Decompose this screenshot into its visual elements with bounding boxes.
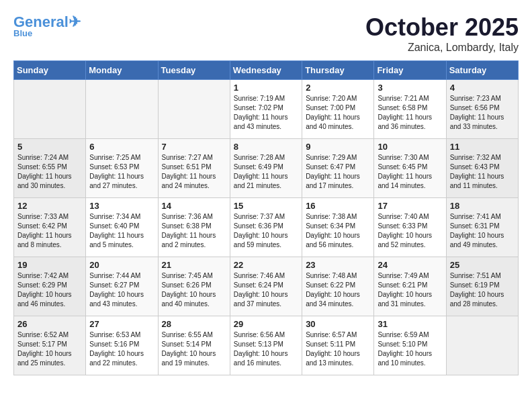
day-number: 6 [89,142,154,152]
calendar-cell: 28Sunrise: 6:55 AMSunset: 5:14 PMDayligh… [158,316,230,375]
day-number: 1 [234,83,298,93]
calendar-cell: 4Sunrise: 7:23 AMSunset: 6:56 PMDaylight… [446,80,518,139]
calendar-cell: 20Sunrise: 7:44 AMSunset: 6:27 PMDayligh… [86,257,158,316]
calendar-cell: 16Sunrise: 7:38 AMSunset: 6:34 PMDayligh… [302,198,374,257]
day-number: 8 [234,142,298,152]
calendar-cell: 6Sunrise: 7:25 AMSunset: 6:53 PMDaylight… [86,139,158,198]
day-number: 23 [306,260,370,270]
calendar-cell: 24Sunrise: 7:49 AMSunset: 6:21 PMDayligh… [374,257,446,316]
calendar-cell: 31Sunrise: 6:59 AMSunset: 5:10 PMDayligh… [374,316,446,375]
day-number: 10 [378,142,442,152]
calendar-cell: 12Sunrise: 7:33 AMSunset: 6:42 PMDayligh… [14,198,86,257]
calendar-cell: 8Sunrise: 7:28 AMSunset: 6:49 PMDaylight… [230,139,302,198]
day-info: Sunrise: 7:45 AMSunset: 6:26 PMDaylight:… [162,271,226,309]
day-number: 28 [162,319,226,329]
day-info: Sunrise: 7:28 AMSunset: 6:49 PMDaylight:… [234,153,298,191]
day-number: 9 [306,142,370,152]
logo-icon: ✈ [69,13,81,30]
day-number: 18 [450,201,515,211]
day-info: Sunrise: 7:37 AMSunset: 6:36 PMDaylight:… [234,212,298,250]
calendar-cell: 11Sunrise: 7:32 AMSunset: 6:43 PMDayligh… [446,139,518,198]
calendar-cell [14,80,86,139]
calendar-cell: 10Sunrise: 7:30 AMSunset: 6:45 PMDayligh… [374,139,446,198]
day-info: Sunrise: 7:34 AMSunset: 6:40 PMDaylight:… [89,212,154,250]
day-number: 15 [234,201,298,211]
day-number: 20 [89,260,154,270]
day-number: 2 [306,83,370,93]
day-info: Sunrise: 7:40 AMSunset: 6:33 PMDaylight:… [378,212,442,250]
day-number: 29 [234,319,298,329]
weekday-header-thursday: Thursday [302,61,374,80]
calendar-cell: 22Sunrise: 7:46 AMSunset: 6:24 PMDayligh… [230,257,302,316]
day-number: 5 [17,142,82,152]
calendar-cell: 18Sunrise: 7:41 AMSunset: 6:31 PMDayligh… [446,198,518,257]
day-number: 11 [450,142,515,152]
day-number: 25 [450,260,515,270]
day-number: 21 [162,260,226,270]
day-number: 16 [306,201,370,211]
day-number: 22 [234,260,298,270]
weekday-header-monday: Monday [86,61,158,80]
logo-blue: Blue [13,28,32,38]
day-info: Sunrise: 7:41 AMSunset: 6:31 PMDaylight:… [450,212,515,250]
day-info: Sunrise: 7:25 AMSunset: 6:53 PMDaylight:… [89,153,154,191]
calendar-cell: 21Sunrise: 7:45 AMSunset: 6:26 PMDayligh… [158,257,230,316]
day-info: Sunrise: 7:24 AMSunset: 6:55 PMDaylight:… [17,153,82,191]
day-number: 12 [17,201,82,211]
day-info: Sunrise: 7:19 AMSunset: 7:02 PMDaylight:… [234,94,298,132]
calendar-cell: 30Sunrise: 6:57 AMSunset: 5:11 PMDayligh… [302,316,374,375]
day-number: 17 [378,201,442,211]
day-info: Sunrise: 6:53 AMSunset: 5:16 PMDaylight:… [89,330,154,368]
day-info: Sunrise: 7:42 AMSunset: 6:29 PMDaylight:… [17,271,82,309]
day-info: Sunrise: 6:52 AMSunset: 5:17 PMDaylight:… [17,330,82,368]
day-info: Sunrise: 7:30 AMSunset: 6:45 PMDaylight:… [378,153,442,191]
calendar-week-row: 26Sunrise: 6:52 AMSunset: 5:17 PMDayligh… [14,316,519,375]
calendar-cell: 26Sunrise: 6:52 AMSunset: 5:17 PMDayligh… [14,316,86,375]
calendar-cell [86,80,158,139]
calendar-cell: 27Sunrise: 6:53 AMSunset: 5:16 PMDayligh… [86,316,158,375]
day-info: Sunrise: 7:46 AMSunset: 6:24 PMDaylight:… [234,271,298,309]
day-number: 31 [378,319,442,329]
day-info: Sunrise: 7:44 AMSunset: 6:27 PMDaylight:… [89,271,154,309]
weekday-header-sunday: Sunday [14,61,86,80]
day-info: Sunrise: 7:20 AMSunset: 7:00 PMDaylight:… [306,94,370,132]
calendar-cell: 9Sunrise: 7:29 AMSunset: 6:47 PMDaylight… [302,139,374,198]
logo: General✈ Blue [13,13,81,38]
day-info: Sunrise: 6:56 AMSunset: 5:13 PMDaylight:… [234,330,298,368]
calendar-cell: 13Sunrise: 7:34 AMSunset: 6:40 PMDayligh… [86,198,158,257]
day-info: Sunrise: 7:27 AMSunset: 6:51 PMDaylight:… [162,153,226,191]
day-number: 24 [378,260,442,270]
day-number: 30 [306,319,370,329]
calendar-week-row: 19Sunrise: 7:42 AMSunset: 6:29 PMDayligh… [14,257,519,316]
day-info: Sunrise: 6:57 AMSunset: 5:11 PMDaylight:… [306,330,370,368]
calendar-cell [446,316,518,375]
weekday-header-row: SundayMondayTuesdayWednesdayThursdayFrid… [14,61,519,80]
day-number: 4 [450,83,515,93]
weekday-header-friday: Friday [374,61,446,80]
day-info: Sunrise: 6:55 AMSunset: 5:14 PMDaylight:… [162,330,226,368]
calendar-cell [158,80,230,139]
calendar-cell: 1Sunrise: 7:19 AMSunset: 7:02 PMDaylight… [230,80,302,139]
day-number: 3 [378,83,442,93]
calendar-week-row: 5Sunrise: 7:24 AMSunset: 6:55 PMDaylight… [14,139,519,198]
weekday-header-wednesday: Wednesday [230,61,302,80]
calendar-cell: 23Sunrise: 7:48 AMSunset: 6:22 PMDayligh… [302,257,374,316]
weekday-header-saturday: Saturday [446,61,518,80]
day-number: 26 [17,319,82,329]
day-number: 7 [162,142,226,152]
calendar-week-row: 12Sunrise: 7:33 AMSunset: 6:42 PMDayligh… [14,198,519,257]
day-info: Sunrise: 7:29 AMSunset: 6:47 PMDaylight:… [306,153,370,191]
calendar-cell: 29Sunrise: 6:56 AMSunset: 5:13 PMDayligh… [230,316,302,375]
weekday-header-tuesday: Tuesday [158,61,230,80]
day-number: 27 [89,319,154,329]
calendar-cell: 2Sunrise: 7:20 AMSunset: 7:00 PMDaylight… [302,80,374,139]
day-info: Sunrise: 6:59 AMSunset: 5:10 PMDaylight:… [378,330,442,368]
calendar-cell: 19Sunrise: 7:42 AMSunset: 6:29 PMDayligh… [14,257,86,316]
day-info: Sunrise: 7:49 AMSunset: 6:21 PMDaylight:… [378,271,442,309]
day-info: Sunrise: 7:33 AMSunset: 6:42 PMDaylight:… [17,212,82,250]
calendar-cell: 3Sunrise: 7:21 AMSunset: 6:58 PMDaylight… [374,80,446,139]
calendar-cell: 5Sunrise: 7:24 AMSunset: 6:55 PMDaylight… [14,139,86,198]
day-info: Sunrise: 7:48 AMSunset: 6:22 PMDaylight:… [306,271,370,309]
month-title: October 2025 [365,13,519,42]
day-info: Sunrise: 7:36 AMSunset: 6:38 PMDaylight:… [162,212,226,250]
